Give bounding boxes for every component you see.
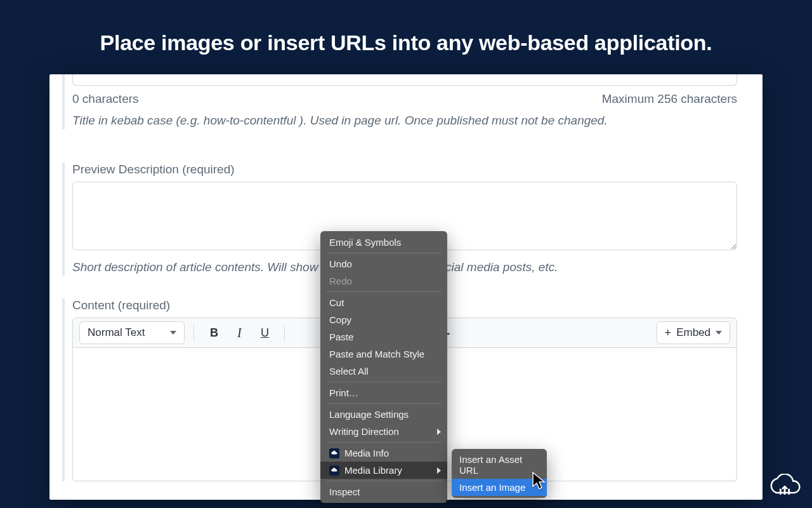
embed-label: Embed (676, 326, 710, 339)
ctx-separator (327, 253, 441, 253)
title-subrow: 0 characters Maximum 256 characters (72, 92, 737, 106)
ctx-separator (327, 403, 441, 404)
ctx-language-settings[interactable]: Language Settings (320, 406, 447, 423)
underline-button[interactable]: U (254, 322, 275, 344)
italic-button[interactable]: I (228, 322, 250, 344)
cloud-icon (329, 465, 339, 476)
toolbar-separator (284, 324, 285, 341)
plus-icon: + (665, 327, 672, 338)
ctx-separator (327, 481, 441, 481)
ctx-inspect[interactable]: Inspect (320, 483, 447, 500)
ctx-copy[interactable]: Copy (320, 311, 447, 328)
toolbar-separator (193, 324, 194, 341)
page-headline: Place images or insert URLs into any web… (0, 0, 812, 74)
format-select[interactable]: Normal Text (79, 321, 185, 344)
ctx-cut[interactable]: Cut (320, 294, 447, 311)
title-help: Title in kebab case (e.g. how-to-content… (72, 112, 737, 130)
cloud-icon (329, 448, 339, 458)
ctx-select-all[interactable]: Select All (320, 363, 447, 380)
ctx-print[interactable]: Print… (320, 384, 447, 401)
format-select-label: Normal Text (88, 326, 145, 339)
chevron-right-icon (437, 429, 441, 435)
preview-label: Preview Description (required) (72, 163, 737, 177)
cursor-icon (532, 471, 547, 493)
ctx-separator (327, 291, 441, 292)
ctx-redo: Redo (320, 272, 447, 290)
ctx-undo[interactable]: Undo (320, 255, 447, 272)
ctx-paste-match[interactable]: Paste and Match Style (320, 345, 447, 363)
ctx-paste[interactable]: Paste (320, 328, 447, 345)
ctx-media-info[interactable]: Media Info (320, 444, 447, 462)
ctx-separator (327, 382, 441, 382)
chevron-down-icon (170, 331, 176, 335)
ctx-media-library[interactable]: Media Library (320, 462, 447, 479)
embed-button[interactable]: + Embed (657, 321, 730, 344)
brand-logo-icon (769, 474, 801, 499)
title-input[interactable] (72, 74, 737, 86)
title-field-group: 0 characters Maximum 256 characters Titl… (72, 74, 737, 130)
context-menu: Emoji & Symbols Undo Redo Cut Copy Paste… (320, 231, 447, 503)
ctx-emoji-symbols[interactable]: Emoji & Symbols (320, 234, 447, 251)
ctx-writing-direction[interactable]: Writing Direction (320, 423, 447, 440)
ctx-separator (327, 442, 441, 443)
field-accent-bar (62, 163, 65, 276)
chevron-down-icon (716, 331, 722, 335)
char-max: Maximum 256 characters (602, 92, 737, 106)
field-accent-bar (62, 298, 65, 481)
bold-button[interactable]: B (203, 322, 225, 344)
char-count: 0 characters (72, 92, 139, 106)
field-accent-bar (62, 74, 65, 130)
chevron-right-icon (437, 467, 441, 474)
